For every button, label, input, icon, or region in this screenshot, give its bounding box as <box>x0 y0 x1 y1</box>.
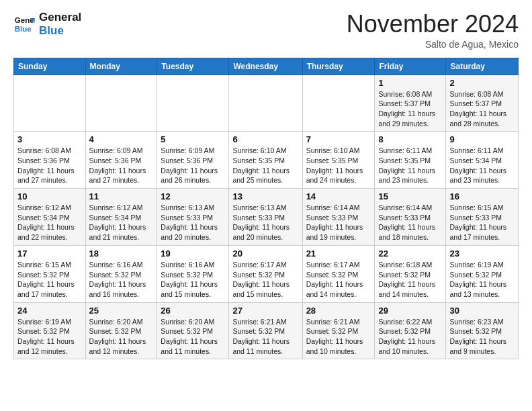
day-number: 16 <box>449 191 515 201</box>
day-info: Sunrise: 6:14 AMSunset: 5:33 PMDaylight:… <box>306 203 371 242</box>
calendar-cell: 6Sunrise: 6:10 AMSunset: 5:35 PMDaylight… <box>229 132 302 189</box>
day-number: 23 <box>449 248 515 259</box>
day-number: 30 <box>449 306 515 316</box>
logo-general: General <box>39 11 81 24</box>
day-number: 12 <box>161 191 225 201</box>
day-info: Sunrise: 6:08 AMSunset: 5:36 PMDaylight:… <box>17 146 82 185</box>
day-info: Sunrise: 6:16 AMSunset: 5:32 PMDaylight:… <box>161 260 225 300</box>
location: Salto de Agua, Mexico <box>347 39 519 50</box>
day-info: Sunrise: 6:15 AMSunset: 5:32 PMDaylight:… <box>17 260 82 300</box>
calendar-cell: 18Sunrise: 6:16 AMSunset: 5:32 PMDayligh… <box>85 245 157 302</box>
day-number: 29 <box>378 306 442 316</box>
day-info: Sunrise: 6:12 AMSunset: 5:34 PMDaylight:… <box>89 203 154 242</box>
calendar-cell <box>229 75 302 132</box>
day-number: 1 <box>378 78 442 88</box>
weekday-header-saturday: Saturday <box>446 58 519 75</box>
day-number: 6 <box>232 134 298 144</box>
day-info: Sunrise: 6:14 AMSunset: 5:33 PMDaylight:… <box>378 203 442 242</box>
calendar: SundayMondayTuesdayWednesdayThursdayFrid… <box>13 58 519 360</box>
day-info: Sunrise: 6:19 AMSunset: 5:32 PMDaylight:… <box>17 317 82 357</box>
calendar-cell <box>302 75 375 132</box>
day-number: 2 <box>449 78 515 88</box>
day-number: 8 <box>378 134 442 144</box>
calendar-cell: 8Sunrise: 6:11 AMSunset: 5:35 PMDaylight… <box>375 132 446 189</box>
day-info: Sunrise: 6:10 AMSunset: 5:35 PMDaylight:… <box>232 146 298 185</box>
day-number: 18 <box>89 248 154 259</box>
calendar-cell: 3Sunrise: 6:08 AMSunset: 5:36 PMDaylight… <box>14 132 86 189</box>
logo-icon: General Blue <box>13 13 35 35</box>
calendar-cell: 14Sunrise: 6:14 AMSunset: 5:33 PMDayligh… <box>302 189 375 246</box>
month-title: November 2024 <box>347 11 519 38</box>
day-info: Sunrise: 6:09 AMSunset: 5:36 PMDaylight:… <box>161 146 225 185</box>
calendar-cell: 22Sunrise: 6:18 AMSunset: 5:32 PMDayligh… <box>375 245 446 302</box>
day-number: 5 <box>161 134 225 144</box>
calendar-cell: 30Sunrise: 6:23 AMSunset: 5:32 PMDayligh… <box>446 302 519 359</box>
title-block: November 2024 Salto de Agua, Mexico <box>347 11 519 50</box>
header: General Blue General Blue November 2024 … <box>13 11 519 50</box>
calendar-cell: 20Sunrise: 6:17 AMSunset: 5:32 PMDayligh… <box>229 245 302 302</box>
svg-text:Blue: Blue <box>15 25 32 33</box>
weekday-header-tuesday: Tuesday <box>157 58 229 75</box>
day-info: Sunrise: 6:17 AMSunset: 5:32 PMDaylight:… <box>306 260 371 300</box>
calendar-cell: 2Sunrise: 6:08 AMSunset: 5:37 PMDaylight… <box>446 75 519 132</box>
day-info: Sunrise: 6:08 AMSunset: 5:37 PMDaylight:… <box>378 89 442 129</box>
day-number: 25 <box>89 306 154 316</box>
day-number: 28 <box>306 306 371 316</box>
day-info: Sunrise: 6:21 AMSunset: 5:32 PMDaylight:… <box>306 317 371 357</box>
logo: General Blue General Blue <box>13 11 81 38</box>
day-info: Sunrise: 6:15 AMSunset: 5:33 PMDaylight:… <box>449 203 515 242</box>
calendar-cell: 16Sunrise: 6:15 AMSunset: 5:33 PMDayligh… <box>446 189 519 246</box>
calendar-cell <box>14 75 86 132</box>
day-number: 10 <box>17 191 82 201</box>
day-number: 4 <box>89 134 154 144</box>
calendar-cell: 15Sunrise: 6:14 AMSunset: 5:33 PMDayligh… <box>375 189 446 246</box>
calendar-cell: 4Sunrise: 6:09 AMSunset: 5:36 PMDaylight… <box>85 132 157 189</box>
calendar-cell <box>85 75 157 132</box>
day-number: 3 <box>17 134 82 144</box>
calendar-cell: 19Sunrise: 6:16 AMSunset: 5:32 PMDayligh… <box>157 245 229 302</box>
day-number: 26 <box>161 306 225 316</box>
weekday-header-friday: Friday <box>375 58 446 75</box>
calendar-cell: 12Sunrise: 6:13 AMSunset: 5:33 PMDayligh… <box>157 189 229 246</box>
day-info: Sunrise: 6:22 AMSunset: 5:32 PMDaylight:… <box>378 317 442 357</box>
day-info: Sunrise: 6:19 AMSunset: 5:32 PMDaylight:… <box>449 260 515 300</box>
day-number: 21 <box>306 248 371 259</box>
day-info: Sunrise: 6:08 AMSunset: 5:37 PMDaylight:… <box>449 89 515 129</box>
day-number: 11 <box>89 191 154 201</box>
day-number: 15 <box>378 191 442 201</box>
day-number: 22 <box>378 248 442 259</box>
weekday-header-monday: Monday <box>85 58 157 75</box>
day-info: Sunrise: 6:13 AMSunset: 5:33 PMDaylight:… <box>161 203 225 242</box>
day-info: Sunrise: 6:11 AMSunset: 5:34 PMDaylight:… <box>449 146 515 185</box>
day-info: Sunrise: 6:18 AMSunset: 5:32 PMDaylight:… <box>378 260 442 300</box>
day-number: 14 <box>306 191 371 201</box>
calendar-cell: 7Sunrise: 6:10 AMSunset: 5:35 PMDaylight… <box>302 132 375 189</box>
day-info: Sunrise: 6:12 AMSunset: 5:34 PMDaylight:… <box>17 203 82 242</box>
day-number: 27 <box>232 306 298 316</box>
weekday-header-thursday: Thursday <box>302 58 375 75</box>
page: General Blue General Blue November 2024 … <box>0 0 532 370</box>
calendar-cell <box>157 75 229 132</box>
calendar-cell: 23Sunrise: 6:19 AMSunset: 5:32 PMDayligh… <box>446 245 519 302</box>
weekday-header-sunday: Sunday <box>14 58 86 75</box>
calendar-cell: 25Sunrise: 6:20 AMSunset: 5:32 PMDayligh… <box>85 302 157 359</box>
calendar-cell: 28Sunrise: 6:21 AMSunset: 5:32 PMDayligh… <box>302 302 375 359</box>
calendar-cell: 9Sunrise: 6:11 AMSunset: 5:34 PMDaylight… <box>446 132 519 189</box>
calendar-cell: 11Sunrise: 6:12 AMSunset: 5:34 PMDayligh… <box>85 189 157 246</box>
day-number: 20 <box>232 248 298 259</box>
weekday-header-wednesday: Wednesday <box>229 58 302 75</box>
day-info: Sunrise: 6:13 AMSunset: 5:33 PMDaylight:… <box>232 203 298 242</box>
day-info: Sunrise: 6:20 AMSunset: 5:32 PMDaylight:… <box>161 317 225 357</box>
calendar-cell: 10Sunrise: 6:12 AMSunset: 5:34 PMDayligh… <box>14 189 86 246</box>
day-info: Sunrise: 6:20 AMSunset: 5:32 PMDaylight:… <box>89 317 154 357</box>
calendar-cell: 5Sunrise: 6:09 AMSunset: 5:36 PMDaylight… <box>157 132 229 189</box>
calendar-cell: 17Sunrise: 6:15 AMSunset: 5:32 PMDayligh… <box>14 245 86 302</box>
calendar-cell: 24Sunrise: 6:19 AMSunset: 5:32 PMDayligh… <box>14 302 86 359</box>
day-number: 17 <box>17 248 82 259</box>
calendar-cell: 1Sunrise: 6:08 AMSunset: 5:37 PMDaylight… <box>375 75 446 132</box>
day-info: Sunrise: 6:09 AMSunset: 5:36 PMDaylight:… <box>89 146 154 185</box>
day-number: 13 <box>232 191 298 201</box>
day-number: 19 <box>161 248 225 259</box>
day-info: Sunrise: 6:21 AMSunset: 5:32 PMDaylight:… <box>232 317 298 357</box>
calendar-cell: 29Sunrise: 6:22 AMSunset: 5:32 PMDayligh… <box>375 302 446 359</box>
